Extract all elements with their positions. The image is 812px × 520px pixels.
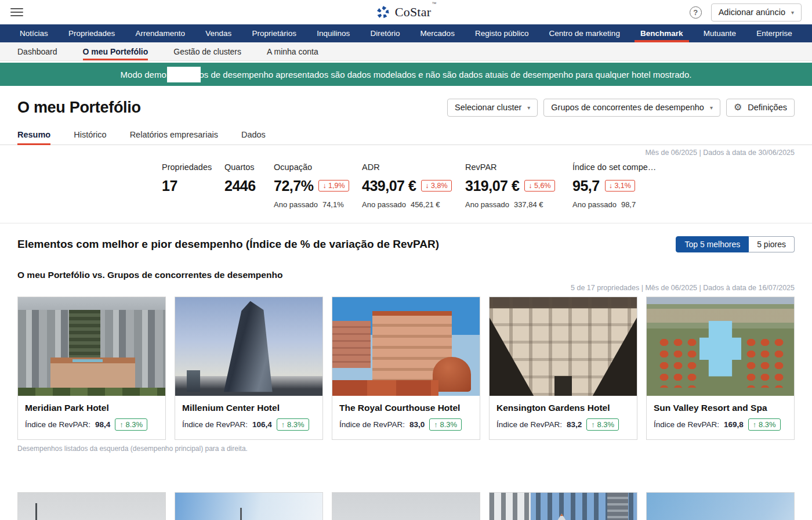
top5-best-button[interactable]: Top 5 melhores: [676, 236, 749, 252]
logo-text: CoStar: [395, 5, 431, 19]
nav-arrendamento[interactable]: Arrendamento: [133, 24, 187, 42]
chevron-down-icon: ▾: [791, 9, 794, 16]
nav-proprietarios[interactable]: Proprietários: [249, 24, 299, 42]
chevron-down-icon: ▾: [527, 104, 530, 111]
hotel-photo: [18, 297, 165, 396]
add-listing-button[interactable]: Adicionar anúncio ▾: [711, 3, 802, 21]
nav-propriedades[interactable]: Propriedades: [66, 24, 117, 42]
hotel-photo: [490, 493, 637, 520]
hotel-card[interactable]: Sun Valley Resort and Spa Índice de RevP…: [646, 297, 795, 440]
performers-subtitle: O meu Portefólio vs. Grupos de concorren…: [17, 270, 795, 280]
nav-inquilinos[interactable]: Inquilinos: [314, 24, 352, 42]
metric-value: 98,4: [95, 420, 110, 429]
last-year-label: Ano passado: [465, 200, 509, 209]
select-cluster-dropdown[interactable]: Selecionar cluster ▾: [447, 99, 538, 117]
hotel-card[interactable]: [489, 492, 637, 520]
tab-relatorios-empresariais[interactable]: Relatórios empresariais: [130, 130, 218, 145]
worst5-button[interactable]: 5 piores: [749, 236, 795, 252]
hotel-photo: [490, 297, 637, 396]
page-title: O meu Portefólio: [17, 99, 141, 117]
add-listing-label: Adicionar anúncio: [719, 8, 785, 17]
sub-nav: Dashboard O meu Portefólio Gestão de clu…: [0, 42, 812, 61]
hotel-card[interactable]: Meridian Park Hotel Índice de RevPAR: 98…: [17, 297, 166, 440]
tab-historico[interactable]: Histórico: [74, 130, 106, 145]
subnav-o-meu-portefolio[interactable]: O meu Portefólio: [83, 42, 148, 60]
hotel-card[interactable]: [17, 492, 166, 520]
stat-adr: ADR 439,07 € ↓ 3,8% Ano passado456,21 €: [362, 162, 465, 209]
hotel-photo: [332, 493, 480, 520]
change-badge-down: ↓ 5,6%: [524, 180, 554, 192]
nav-noticias[interactable]: Notícias: [17, 24, 50, 42]
nav-centro-de-marketing[interactable]: Centro de marketing: [547, 24, 622, 42]
change-badge-up: ↑ 8.3%: [277, 418, 309, 431]
metric-value: 83,2: [567, 420, 582, 429]
summary-section: Mês de 06/2025 | Dados à data de 30/06/2…: [0, 145, 812, 223]
menu-icon[interactable]: [10, 8, 23, 16]
redaction-patch: [167, 67, 201, 82]
settings-button[interactable]: ⚙ Definições: [726, 99, 795, 117]
main-content: O meu Portefólio Selecionar cluster ▾ Gr…: [0, 98, 812, 520]
best-worst-toggle: Top 5 melhores 5 piores: [676, 236, 795, 252]
last-year-value: 337,84 €: [514, 200, 543, 209]
tab-dados[interactable]: Dados: [241, 130, 266, 145]
main-nav: Notícias Propriedades Arrendamento Venda…: [0, 24, 812, 42]
chevron-down-icon: ▾: [710, 104, 713, 111]
change-badge-down: ↓ 3,8%: [421, 180, 451, 192]
subnav-a-minha-conta[interactable]: A minha conta: [267, 42, 318, 60]
last-year-label: Ano passado: [362, 200, 406, 209]
last-year-label: Ano passado: [274, 200, 318, 209]
metric-label: Índice de RevPAR:: [654, 420, 719, 429]
nav-mutuante[interactable]: Mutuante: [701, 24, 738, 42]
metric-value: 106,4: [252, 420, 272, 429]
performers-title: Elementos com melhor e pior desempenho (…: [17, 238, 439, 251]
hotel-card[interactable]: Millenium Center Hotel Índice de RevPAR:…: [175, 297, 323, 440]
last-year-label: Ano passado: [572, 200, 617, 209]
subnav-gestao-de-clusters[interactable]: Gestão de clusters: [173, 42, 241, 60]
change-badge-up: ↑ 8.3%: [748, 418, 781, 431]
comp-groups-label: Grupos de concorrentes de desempenho: [551, 103, 704, 112]
metric-label: Índice de RevPAR:: [25, 420, 90, 429]
stat-ocupacao: Ocupação 72,7% ↓ 1,9% Ano passado74,1%: [274, 162, 362, 209]
last-year-value: 456,21 €: [411, 200, 440, 209]
metric-label: Índice de RevPAR:: [496, 420, 562, 429]
nav-vendas[interactable]: Vendas: [203, 24, 234, 42]
comp-groups-dropdown[interactable]: Grupos de concorrentes de desempenho ▾: [543, 99, 720, 117]
demo-banner-text: Modo demo: Os dados de desempenho aprese…: [121, 70, 692, 80]
hotel-photo: [175, 493, 322, 520]
costar-logo-icon: [376, 5, 391, 20]
nav-mercados[interactable]: Mercados: [418, 24, 457, 42]
change-badge-down: ↓ 3,1%: [605, 180, 635, 192]
stat-propriedades: Propriedades 17: [162, 162, 224, 209]
hotel-cards-row-2: [17, 492, 795, 520]
hotel-photo: [647, 297, 794, 396]
gear-icon: ⚙: [734, 103, 742, 112]
subnav-dashboard[interactable]: Dashboard: [17, 42, 57, 60]
portfolio-tabs: Resumo Histórico Relatórios empresariais…: [0, 130, 812, 145]
last-year-value: 98,7: [621, 200, 636, 209]
change-badge-up: ↑ 8.3%: [586, 418, 619, 431]
nav-benchmark[interactable]: Benchmark: [638, 24, 686, 42]
performers-section: Elementos com melhor e pior desempenho (…: [0, 223, 812, 520]
hotel-photo: [647, 493, 794, 520]
nav-registo-publico[interactable]: Registo público: [473, 24, 531, 42]
costar-logo: CoStar™: [376, 5, 436, 20]
tab-resumo[interactable]: Resumo: [17, 130, 50, 145]
stat-indice-set-competitivo: Índice do set compe… 95,7 ↓ 3,1% Ano pas…: [572, 162, 795, 209]
help-icon[interactable]: ?: [690, 6, 702, 19]
hotel-card[interactable]: The Royal Courthouse Hotel Índice de Rev…: [332, 297, 480, 440]
hotel-card[interactable]: Kensington Gardens Hotel Índice de RevPA…: [489, 297, 637, 440]
hotel-card[interactable]: [646, 492, 795, 520]
hotel-photo: [332, 297, 480, 396]
last-year-value: 74,1%: [322, 200, 344, 209]
settings-label: Definições: [748, 103, 787, 112]
hotel-card[interactable]: [175, 492, 323, 520]
performers-meta: 5 de 17 propriedades | Mês de 06/2025 | …: [17, 284, 795, 292]
metric-label: Índice de RevPAR:: [339, 420, 405, 429]
logo-tm: ™: [432, 1, 436, 6]
hotel-cards-row: Meridian Park Hotel Índice de RevPAR: 98…: [17, 297, 795, 440]
nav-enterprise[interactable]: Enterprise: [754, 24, 795, 42]
demo-banner: Modo demo: Os dados de desempenho aprese…: [0, 63, 812, 86]
nav-diretorio[interactable]: Diretório: [368, 24, 402, 42]
stat-revpar: RevPAR 319,07 € ↓ 5,6% Ano passado337,84…: [465, 162, 572, 209]
hotel-card[interactable]: [332, 492, 480, 520]
